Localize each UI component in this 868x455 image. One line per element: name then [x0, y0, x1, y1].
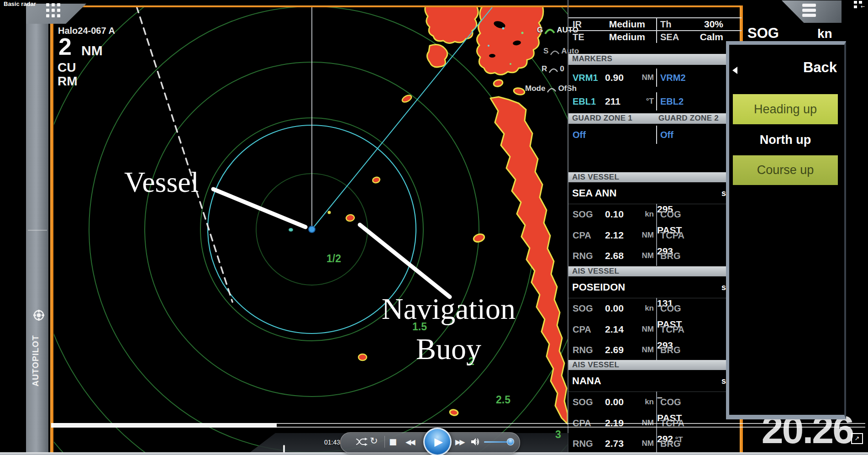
vessel-annotation: Vessel — [124, 165, 199, 199]
ais-cpa-tcpa-row: CPA 2.14 NM TCPA PAST — [568, 319, 742, 340]
sog-cell: SOG 0.00 kn — [568, 392, 656, 413]
stop-button[interactable]: ■ — [389, 437, 397, 446]
hamburger-icon — [802, 9, 816, 12]
rng-label: RNG — [573, 251, 593, 261]
sog-value: 0.00 — [605, 397, 624, 407]
vrm1-label: VRM1 — [573, 73, 598, 83]
apps-grid-icon[interactable] — [46, 3, 63, 18]
ais-name-row[interactable]: NANA s — [568, 370, 742, 392]
sog-unit: kn — [645, 210, 654, 219]
rng-value: 2.73 — [605, 438, 624, 449]
window-title: Basic radar — [4, 0, 36, 7]
mode-key: Mode — [525, 84, 545, 93]
sog-value: 0.00 — [605, 303, 624, 314]
brg-label: BRG — [660, 439, 680, 449]
video-progress-played — [51, 423, 277, 428]
cpa-cell: CPA 2.14 NM — [568, 319, 656, 340]
gain-key: G — [537, 26, 543, 35]
ebl-cyan-line — [312, 7, 492, 229]
rng-unit: NM — [642, 439, 654, 448]
video-elapsed-time: 01:43 — [324, 439, 340, 446]
play-icon: ▶ — [434, 435, 442, 448]
ebl2-label: EBL2 — [660, 96, 684, 107]
guard-values-row: Off Off — [568, 126, 742, 144]
rng-cell: RNG 2.68 NM — [568, 246, 656, 266]
vrm2-label: VRM2 — [660, 73, 686, 83]
play-button[interactable]: ▶ — [423, 428, 452, 455]
ais-vessel-name: NANA — [572, 375, 601, 387]
ais-cpa-tcpa-row: CPA 2.12 NM TCPA PAST — [568, 225, 742, 246]
guard-zone1-cell[interactable]: Off — [568, 126, 656, 144]
radar-range-value[interactable]: 2 — [58, 35, 72, 58]
menu-item-heading-up[interactable]: Heading up — [733, 94, 838, 124]
tcpa-label: TCPA — [660, 230, 684, 241]
sog-label: SOG — [573, 397, 593, 407]
ais-header-label: AIS VESSEL — [572, 173, 619, 182]
small-teal-echo — [289, 228, 293, 232]
hamburger-icon[interactable] — [802, 4, 816, 7]
repeat-icon[interactable]: ↻ — [370, 435, 378, 446]
ais-rng-brg-row: RNG 2.68 NM BRG 293 — [568, 246, 742, 266]
radar-motion-ref[interactable]: RM — [58, 74, 78, 89]
buoy-annotation: Navigation Buoy — [365, 289, 532, 369]
vessel-callout-line — [213, 189, 305, 227]
rain-arc-icon — [548, 67, 559, 74]
buoy-callout-line — [360, 225, 450, 297]
rain-key: R — [542, 64, 547, 74]
te-sea-row: TE Medium SEA Calm — [568, 31, 742, 43]
app-frame-left — [50, 5, 53, 455]
guard-zone1-header-label: GUARD ZONE 1 — [572, 114, 632, 123]
rain-control[interactable]: R 0 — [542, 64, 564, 74]
rng-value: 2.69 — [605, 344, 624, 355]
ais-rng-brg-row: RNG 2.73 NM BRG 292 °T — [568, 434, 742, 454]
menu-item-course-up[interactable]: Course up — [733, 155, 838, 185]
ebl1-label: EBL1 — [573, 96, 596, 107]
ais-sog-cog-row: SOG 0.10 kn COG 295 — [568, 204, 742, 225]
own-vessel-marker — [309, 226, 315, 233]
th-cell: Th 30% — [656, 18, 742, 30]
ring-label-2-5: 2.5 — [496, 394, 510, 406]
markers-header: MARKERS — [568, 54, 742, 65]
radar-motion-mode[interactable]: CU — [58, 60, 76, 75]
pill-separator — [384, 436, 385, 448]
sea-arc-icon — [549, 49, 560, 56]
vrm1-unit: NM — [642, 73, 654, 82]
menu-item-north-up[interactable]: North up — [733, 126, 838, 154]
rng-unit: NM — [642, 345, 654, 354]
ring-label-3: 3 — [555, 429, 561, 441]
brg-cell: BRG 292 °T — [656, 434, 742, 454]
buoy-annotation-line2: Buoy — [365, 329, 532, 369]
vrm1-value: 0.90 — [605, 72, 624, 83]
markers-header-label: MARKERS — [572, 54, 612, 63]
rng-value: 2.68 — [605, 250, 624, 261]
ais-header: AIS VESSEL — [568, 266, 742, 276]
rng-label: RNG — [573, 345, 593, 355]
ais-name-row[interactable]: SEA ANN s — [568, 182, 742, 204]
vrm1-cell[interactable]: VRM1 0.90 NM — [568, 69, 656, 87]
shuffle-icon[interactable] — [355, 437, 368, 447]
te-cell: TE Medium — [568, 31, 656, 43]
cog-label: COG — [660, 303, 681, 314]
autopilot-sidebar[interactable] — [26, 4, 48, 455]
rewind-button[interactable]: ◀◀ — [405, 438, 414, 446]
ais-rng-brg-row: RNG 2.69 NM BRG 293 — [568, 340, 742, 360]
ring-label-half: 1/2 — [326, 253, 341, 265]
fast-forward-button[interactable]: ▶▶ — [455, 438, 464, 446]
vrm-row: VRM1 0.90 NM VRM2 — [568, 69, 742, 87]
ais-name-row[interactable]: POSEIDON s — [568, 276, 742, 298]
popout-icon[interactable]: ↗ — [851, 433, 863, 444]
sea-key: S — [543, 47, 548, 56]
ir-value: Medium — [609, 19, 645, 30]
sog-cell: SOG 0.00 kn — [568, 298, 656, 319]
ais-name-suffix: s — [721, 282, 726, 292]
cpa-unit: NM — [642, 325, 654, 334]
volume-slider-knob[interactable] — [507, 438, 514, 445]
helm-icon — [32, 309, 45, 322]
ebl1-cell[interactable]: EBL1 211 °T — [568, 92, 656, 111]
volume-icon[interactable] — [470, 437, 480, 447]
miniplayer-icon[interactable]: ← — [854, 1, 865, 9]
ais-vessel-name: POSEIDON — [572, 281, 625, 293]
tcpa-label: TCPA — [660, 324, 684, 335]
back-button[interactable]: Back — [803, 59, 837, 76]
back-arrow-icon[interactable] — [732, 67, 737, 74]
